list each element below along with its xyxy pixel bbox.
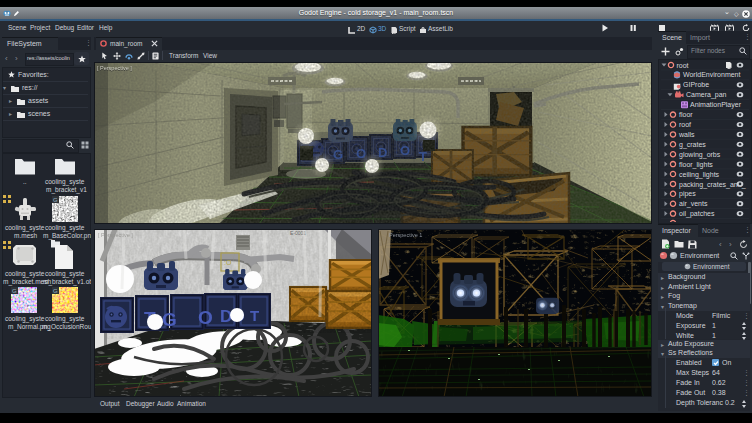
svg-text:Perspective 1: Perspective 1 — [389, 232, 422, 238]
svg-text::O: :O — [224, 259, 232, 266]
svg-text:packing_crates_and_: packing_crates_and_ — [679, 181, 746, 189]
svg-text:[ Perspective ]: [ Perspective ] — [98, 232, 133, 238]
svg-text:glowing_orbs: glowing_orbs — [679, 151, 721, 159]
svg-text:g_crates: g_crates — [679, 141, 706, 149]
svg-text:pipes: pipes — [679, 190, 696, 198]
svg-text:T: T — [250, 307, 259, 324]
svg-text:AnimationPlayer: AnimationPlayer — [690, 101, 742, 109]
svg-text:walls: walls — [678, 131, 695, 138]
svg-text:root: root — [677, 62, 689, 69]
svg-text:G: G — [162, 309, 177, 330]
svg-text:oil_patches: oil_patches — [679, 210, 715, 218]
svg-text:floor_lights: floor_lights — [679, 161, 713, 169]
svg-text:floor: floor — [679, 111, 693, 118]
svg-text:G: G — [12, 288, 17, 294]
svg-text:Camera_pan: Camera_pan — [686, 91, 727, 99]
svg-text:WorldEnvironment: WorldEnvironment — [683, 71, 741, 78]
svg-text:[ Perspective ]: [ Perspective ] — [97, 65, 132, 71]
svg-text:GIProbe: GIProbe — [683, 81, 709, 88]
svg-text:G: G — [53, 288, 58, 294]
svg-text:ceiling_lights: ceiling_lights — [679, 171, 720, 179]
svg-text:O: O — [198, 307, 213, 328]
svg-text:roof: roof — [679, 121, 691, 128]
svg-text:air_vents: air_vents — [679, 200, 708, 208]
svg-text:G: G — [53, 197, 58, 203]
